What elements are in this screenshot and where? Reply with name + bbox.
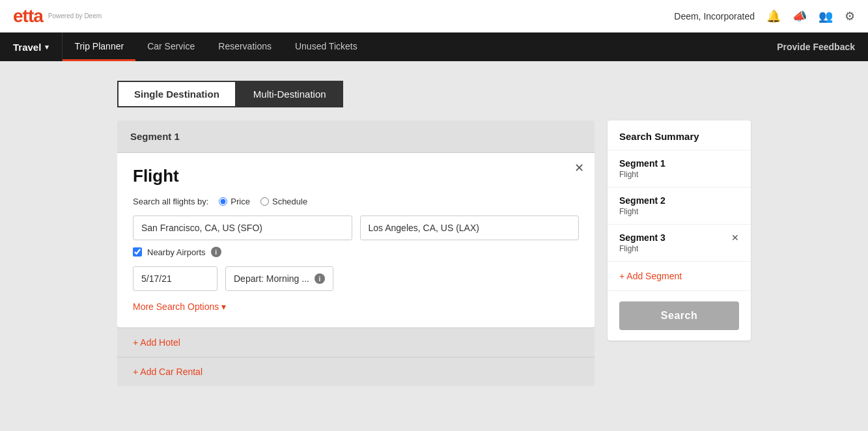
- flight-title: Flight: [133, 166, 579, 186]
- logo-area: etta Powered by Deem: [13, 6, 102, 27]
- dest-tabs: Single Destination Multi-Destination: [117, 81, 751, 107]
- add-buttons: + Add Hotel + Add Car Rental: [117, 327, 595, 386]
- schedule-label: Schedule: [272, 197, 307, 206]
- tab-multi-destination[interactable]: Multi-Destination: [236, 81, 343, 107]
- segment-header: Segment 1: [117, 120, 595, 153]
- sidebar-segment-1: Segment 1 Flight: [608, 150, 751, 188]
- nav-links: Trip Planner Car Service Reservations Un…: [63, 33, 369, 61]
- radio-price[interactable]: Price: [219, 197, 250, 206]
- sidebar-segment-3: Segment 3 Flight ✕: [608, 225, 751, 262]
- route-row: [133, 216, 579, 240]
- nav-car-service[interactable]: Car Service: [135, 33, 206, 61]
- search-summary-sidebar: Search Summary Segment 1 Flight Segment …: [608, 120, 751, 341]
- segment-3-close-button[interactable]: ✕: [731, 232, 739, 243]
- add-segment-button[interactable]: + Add Segment: [608, 262, 751, 291]
- bell-icon[interactable]: 🔔: [766, 9, 781, 23]
- provide-feedback[interactable]: Provide Feedback: [764, 42, 868, 52]
- nav-unused-tickets[interactable]: Unused Tickets: [283, 33, 369, 61]
- nav-trip-planner[interactable]: Trip Planner: [63, 33, 135, 61]
- logo: etta: [13, 6, 43, 27]
- more-search-options[interactable]: More Search Options ▾: [133, 301, 579, 312]
- nearby-airports-label: Nearby Airports: [147, 247, 206, 257]
- navbar: Travel ▾ Trip Planner Car Service Reserv…: [0, 33, 868, 61]
- main-content: Single Destination Multi-Destination Seg…: [0, 61, 868, 406]
- megaphone-icon[interactable]: 📣: [792, 9, 807, 23]
- search-by-row: Search all flights by: Price Schedule: [133, 197, 579, 206]
- topbar-right: Deem, Incorporated 🔔 📣 👥 ⚙: [674, 9, 855, 23]
- price-label: Price: [231, 197, 250, 206]
- sidebar-segment-2: Segment 2 Flight: [608, 188, 751, 225]
- add-car-rental-button[interactable]: + Add Car Rental: [117, 357, 595, 386]
- depart-time-label: Depart: Morning ...: [234, 273, 309, 284]
- nearby-airports-info-icon[interactable]: i: [211, 247, 221, 257]
- add-hotel-button[interactable]: + Add Hotel: [117, 327, 595, 357]
- content-row: Segment 1 ✕ Flight Search all flights by…: [117, 120, 751, 386]
- nearby-airports-checkbox[interactable]: [133, 247, 142, 257]
- segment-2-type: Flight: [619, 207, 665, 216]
- gear-icon[interactable]: ⚙: [845, 9, 855, 23]
- main-card: Segment 1 ✕ Flight Search all flights by…: [117, 120, 595, 386]
- close-button[interactable]: ✕: [574, 161, 584, 175]
- topbar: etta Powered by Deem Deem, Incorporated …: [0, 0, 868, 33]
- nearby-row: Nearby Airports i: [133, 247, 579, 257]
- chevron-down-icon: ▾: [45, 43, 49, 51]
- radio-schedule[interactable]: Schedule: [260, 197, 307, 206]
- segment-1-type: Flight: [619, 170, 665, 179]
- info-icon-depart: i: [315, 273, 325, 284]
- segment-3-type: Flight: [619, 244, 665, 253]
- destination-input[interactable]: [360, 216, 580, 240]
- flight-form: ✕ Flight Search all flights by: Price Sc…: [117, 153, 595, 327]
- search-by-label: Search all flights by:: [133, 197, 208, 206]
- company-name: Deem, Incorporated: [674, 11, 755, 21]
- segment-2-name: Segment 2: [619, 195, 665, 206]
- travel-label: Travel: [13, 42, 41, 53]
- date-input[interactable]: [133, 266, 217, 291]
- travel-dropdown[interactable]: Travel ▾: [0, 33, 63, 61]
- search-summary-title: Search Summary: [608, 120, 751, 150]
- chevron-down-icon: ▾: [221, 301, 226, 312]
- depart-time-select[interactable]: Depart: Morning ... i: [225, 266, 333, 291]
- nav-reservations[interactable]: Reservations: [206, 33, 283, 61]
- tab-single-destination[interactable]: Single Destination: [117, 81, 236, 107]
- date-row: Depart: Morning ... i: [133, 266, 579, 291]
- segment-1-name: Segment 1: [619, 158, 665, 169]
- powered-by: Powered by Deem: [48, 12, 102, 20]
- people-icon[interactable]: 👥: [819, 9, 833, 23]
- origin-input[interactable]: [133, 216, 352, 240]
- search-button[interactable]: Search: [619, 301, 739, 330]
- segment-3-name: Segment 3: [619, 232, 665, 243]
